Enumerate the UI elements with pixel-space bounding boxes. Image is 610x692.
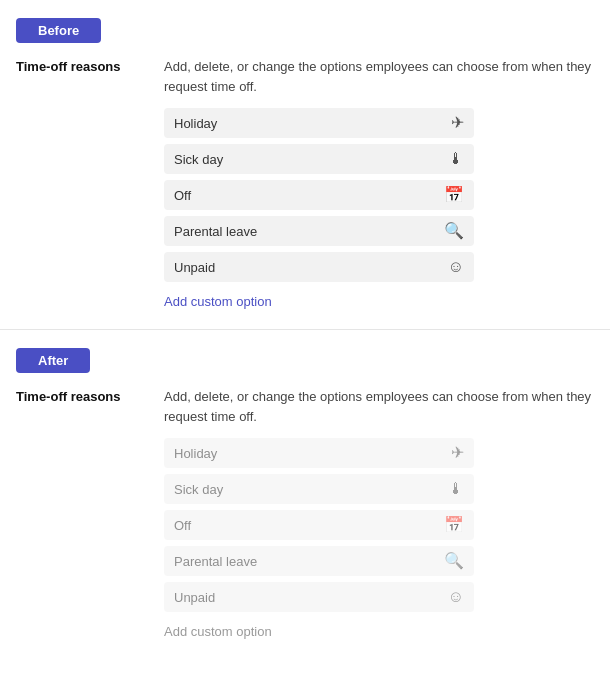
before-add-custom-link[interactable]: Add custom option bbox=[164, 294, 272, 309]
after-main: Add, delete, or change the options emplo… bbox=[164, 387, 594, 639]
after-description: Add, delete, or change the options emplo… bbox=[164, 387, 594, 426]
option-label-sickday: Sick day bbox=[174, 152, 223, 167]
after-holiday-icon: ✈ bbox=[451, 445, 464, 461]
after-option-parental: Parental leave 🔍 bbox=[164, 546, 474, 576]
option-label-off: Off bbox=[174, 188, 191, 203]
after-option-label-holiday: Holiday bbox=[174, 446, 217, 461]
after-off-icon: 📅 bbox=[444, 517, 464, 533]
after-label: Time-off reasons bbox=[16, 387, 164, 639]
after-option-sickday: Sick day 🌡 bbox=[164, 474, 474, 504]
before-option-parental[interactable]: Parental leave 🔍 bbox=[164, 216, 474, 246]
after-sickday-icon: 🌡 bbox=[448, 481, 464, 497]
option-label-unpaid: Unpaid bbox=[174, 260, 215, 275]
after-option-label-sickday: Sick day bbox=[174, 482, 223, 497]
before-label: Time-off reasons bbox=[16, 57, 164, 309]
after-section: After Time-off reasons Add, delete, or c… bbox=[0, 330, 610, 659]
after-parental-icon: 🔍 bbox=[444, 553, 464, 569]
parental-icon: 🔍 bbox=[444, 223, 464, 239]
before-option-off[interactable]: Off 📅 bbox=[164, 180, 474, 210]
after-option-holiday: Holiday ✈ bbox=[164, 438, 474, 468]
sickday-icon: 🌡 bbox=[448, 151, 464, 167]
before-option-unpaid[interactable]: Unpaid ☺ bbox=[164, 252, 474, 282]
after-option-off: Off 📅 bbox=[164, 510, 474, 540]
after-option-label-unpaid: Unpaid bbox=[174, 590, 215, 605]
after-unpaid-icon: ☺ bbox=[448, 589, 464, 605]
after-add-custom-text: Add custom option bbox=[164, 624, 272, 639]
before-options-list: Holiday ✈ Sick day 🌡 Off 📅 Parental leav… bbox=[164, 108, 594, 282]
before-header: Before bbox=[16, 18, 101, 43]
after-header: After bbox=[16, 348, 90, 373]
before-section: Before Time-off reasons Add, delete, or … bbox=[0, 0, 610, 330]
before-main: Add, delete, or change the options emplo… bbox=[164, 57, 594, 309]
before-option-sickday[interactable]: Sick day 🌡 bbox=[164, 144, 474, 174]
after-option-label-off: Off bbox=[174, 518, 191, 533]
after-option-label-parental: Parental leave bbox=[174, 554, 257, 569]
off-icon: 📅 bbox=[444, 187, 464, 203]
after-options-list: Holiday ✈ Sick day 🌡 Off 📅 Parental leav… bbox=[164, 438, 594, 612]
unpaid-icon: ☺ bbox=[448, 259, 464, 275]
option-label-holiday: Holiday bbox=[174, 116, 217, 131]
before-description: Add, delete, or change the options emplo… bbox=[164, 57, 594, 96]
option-label-parental: Parental leave bbox=[174, 224, 257, 239]
holiday-icon: ✈ bbox=[451, 115, 464, 131]
before-option-holiday[interactable]: Holiday ✈ bbox=[164, 108, 474, 138]
after-option-unpaid: Unpaid ☺ bbox=[164, 582, 474, 612]
